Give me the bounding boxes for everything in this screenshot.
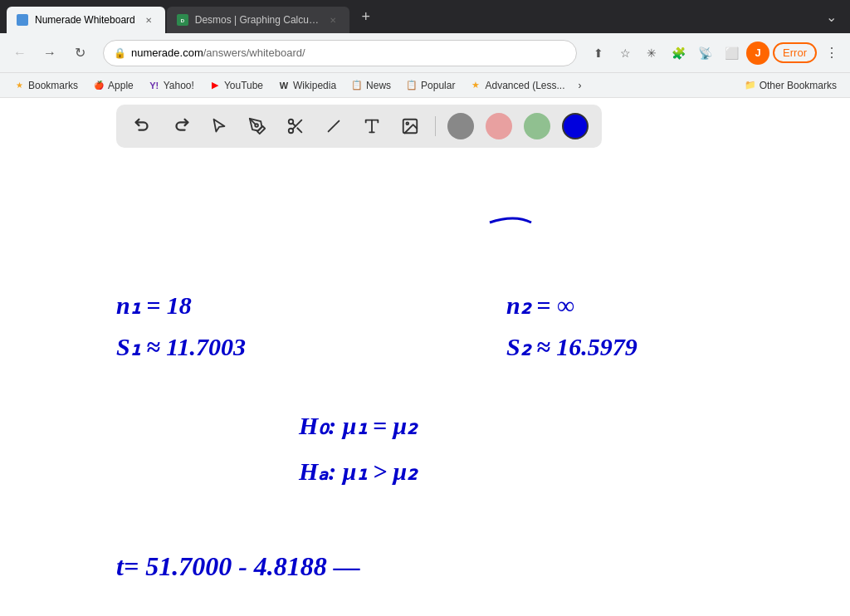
svg-line-6 [297,128,301,132]
address-path: /answers/whiteboard/ [203,46,305,59]
yahoo-label: Yahoo! [164,80,194,91]
reload-button[interactable]: ↻ [66,40,93,66]
puzzle-button[interactable]: 🧩 [667,42,690,65]
tab-desmos[interactable]: D Desmos | Graphing Calculato... ✕ [167,7,349,33]
line-tool-button[interactable] [320,113,347,139]
other-bookmarks-icon: 📁 [745,80,756,90]
lock-icon: 🔒 [114,47,126,59]
tab-label-numerade: Numerade Whiteboard [35,14,135,26]
bookmark-item-popular[interactable]: 📋 Popular [399,77,462,94]
svg-line-7 [292,123,296,126]
forward-button[interactable]: → [37,40,63,66]
equation-s1: S₁ ≈ 11.7003 [116,333,246,360]
cast-button[interactable]: 📡 [693,42,716,65]
bookmark-item-advanced[interactable]: ★ Advanced (Less... [463,77,571,94]
bookmarks-label: Bookmarks [28,80,78,91]
svg-text:D: D [181,18,185,23]
address-domain: numerade.com [131,46,203,59]
yahoo-icon: Y! [149,80,160,91]
svg-point-12 [406,122,408,125]
wikipedia-label: Wikipedia [293,80,336,91]
apple-icon: 🍎 [93,80,105,91]
error-button[interactable]: Error [773,42,817,63]
profile-button[interactable]: J [746,42,769,65]
equation-t: t= 51.7000 - 4.8188 — [116,551,360,581]
equation-s2: S₂ ≈ 16.5979 [506,333,638,360]
wikipedia-icon: W [278,80,290,91]
equation-n1: n₁ = 18 [116,291,192,319]
news-label: News [366,80,391,91]
window-button[interactable]: ⬜ [720,42,743,65]
undo-button[interactable] [129,113,156,139]
deco-top [490,218,531,222]
color-pink[interactable] [486,113,512,139]
news-icon: 📋 [351,80,363,91]
apple-label: Apple [108,80,134,91]
back-button[interactable]: ← [7,40,33,66]
bookmark-item-youtube[interactable]: ▶ YouTube [203,77,270,94]
popular-label: Popular [421,80,455,91]
bookmark-star-button[interactable]: ☆ [613,42,637,65]
tab-bar: Numerade Whiteboard ✕ D Desmos | Graphin… [0,0,850,33]
tab-icon-desmos: D [177,14,188,26]
scissors-tool-button[interactable] [282,113,309,139]
youtube-icon: ▶ [209,80,221,91]
bookmark-item-wikipedia[interactable]: W Wikipedia [271,77,343,94]
other-bookmarks-label: Other Bookmarks [760,80,837,91]
extensions-button[interactable]: ✳ [640,42,663,65]
bookmark-item-apple[interactable]: 🍎 Apple [86,77,140,94]
page-content: n₁ = 18 S₁ ≈ 11.7003 n₂ = ∞ S₂ ≈ 16.5979… [0,98,850,616]
color-blue[interactable] [562,113,589,139]
color-green[interactable] [524,113,550,139]
bookmark-item-news[interactable]: 📋 News [344,77,398,94]
tab-numerade[interactable]: Numerade Whiteboard ✕ [7,7,165,33]
toolbar-separator [435,116,436,136]
advanced-label: Advanced (Less... [485,80,564,91]
share-button[interactable]: ⬆ [587,42,610,65]
tab-icon-numerade [17,14,28,26]
nav-toolbar: ← → ↻ 🔒 numerade.com/answers/whiteboard/… [0,33,850,73]
bookmark-item-bookmarks[interactable]: ★ Bookmarks [7,77,85,94]
chrome-menu-button[interactable]: ⋮ [820,42,843,65]
error-label: Error [783,46,807,59]
pen-tool-button[interactable] [244,113,271,139]
color-gray[interactable] [447,113,474,139]
equation-ha: Hₐ: μ₁ > μ₂ [298,457,418,485]
tab-more-button[interactable]: ⌄ [819,9,843,25]
bookmark-item-yahoo[interactable]: Y! Yahoo! [142,77,201,94]
text-tool-button[interactable] [359,113,385,139]
whiteboard-toolbar [116,105,602,148]
bookmarks-folder-icon: ★ [13,80,25,91]
tab-close-desmos[interactable]: ✕ [326,13,340,27]
youtube-label: YouTube [224,80,263,91]
tab-label-desmos: Desmos | Graphing Calculato... [195,14,320,26]
popular-icon: 📋 [406,80,418,91]
address-text: numerade.com/answers/whiteboard/ [131,46,566,59]
bookmarks-bar: ★ Bookmarks 🍎 Apple Y! Yahoo! ▶ YouTube … [0,73,850,98]
tab-close-numerade[interactable]: ✕ [142,13,155,27]
new-tab-button[interactable]: + [354,5,378,28]
address-bar[interactable]: 🔒 numerade.com/answers/whiteboard/ [103,40,577,66]
image-tool-button[interactable] [397,113,423,139]
whiteboard-canvas[interactable]: n₁ = 18 S₁ ≈ 11.7003 n₂ = ∞ S₂ ≈ 16.5979… [0,98,850,616]
advanced-icon: ★ [470,80,481,91]
svg-line-8 [329,121,340,132]
equation-n2: n₂ = ∞ [506,291,574,319]
other-bookmarks-button[interactable]: 📁 Other Bookmarks [738,77,843,94]
svg-point-2 [255,124,258,127]
redo-button[interactable] [168,113,194,139]
bookmarks-more-button[interactable]: › [574,77,587,94]
toolbar-icons: ⬆ ☆ ✳ 🧩 📡 ⬜ J Error ⋮ [587,42,843,65]
browser-frame: Numerade Whiteboard ✕ D Desmos | Graphin… [0,0,850,616]
select-tool-button[interactable] [206,113,232,139]
equation-h0: H₀: μ₁ = μ₂ [298,412,418,439]
